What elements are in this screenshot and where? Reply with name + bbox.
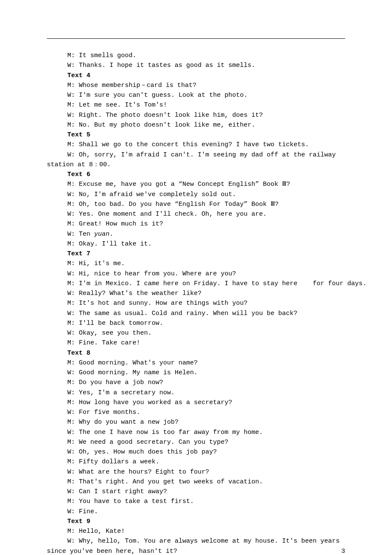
dialogue-line: M: Why do you want a new job?: [47, 417, 345, 427]
dialogue-line: W: No, I'm afraid we've completely sold …: [47, 190, 345, 199]
dialogue-line: W: Ten yuan.: [47, 229, 345, 239]
dialogue-line: W: Oh, sorry, I'm afraid I can't. I'm se…: [47, 150, 345, 170]
dialogue-line: M: Okay. I'll take it.: [47, 239, 345, 249]
dialogue-line: W: Really? What's the weather like?: [47, 289, 345, 298]
dialogue-line: W: Yes, I'm a secretary now.: [47, 388, 345, 398]
document-body: M: It smells good.W: Thanks. I hope it t…: [47, 51, 345, 555]
dialogue-line: M: Oh, too bad. Do you have “English For…: [47, 199, 345, 209]
dialogue-line: W: Can I start right away?: [47, 487, 345, 497]
dialogue-line: M: Shall we go to the concert this eveni…: [47, 140, 345, 150]
dialogue-line: W: The same as usual. Cold and rainy. Wh…: [47, 309, 345, 318]
dialogue-line: W: Why, hello, Tom. You are always welco…: [47, 536, 345, 555]
dialogue-line: M: We need a good secretary. Can you typ…: [47, 437, 345, 447]
dialogue-line: M: You have to take a test first.: [47, 497, 345, 506]
dialogue-line: M: Hi, it's me.: [47, 259, 345, 269]
document-page: M: It smells good.W: Thanks. I hope it t…: [0, 0, 392, 555]
text-heading: Text 5: [47, 130, 345, 140]
text-heading: Text 8: [47, 348, 345, 358]
dialogue-line: M: Fine. Take care!: [47, 338, 345, 348]
dialogue-line: W: Hi, nice to hear from you. Where are …: [47, 269, 345, 279]
dialogue-line: W: Right. The photo doesn't look like hi…: [47, 110, 345, 120]
dialogue-line: M: Do you have a job now?: [47, 378, 345, 387]
text-heading: Text 9: [47, 517, 345, 526]
page-number: 3: [341, 546, 345, 555]
dialogue-line: M: That's right. And you get two weeks o…: [47, 477, 345, 487]
dialogue-line: W: Okay, see you then.: [47, 328, 345, 338]
dialogue-line: W: I'm sure you can't guess. Look at the…: [47, 90, 345, 100]
dialogue-line: M: It smells good.: [47, 51, 345, 61]
dialogue-line: M: How long have you worked as a secreta…: [47, 398, 345, 408]
dialogue-line: M: Fifty dollars a week.: [47, 457, 345, 467]
dialogue-line: M: Let me see. It's Tom's!: [47, 100, 345, 110]
horizontal-rule: [47, 38, 345, 39]
dialogue-line: M: Excuse me, have you got a “New Concep…: [47, 179, 345, 189]
dialogue-line: W: For five months.: [47, 408, 345, 417]
dialogue-line: M: Good morning. What's your name?: [47, 358, 345, 368]
dialogue-line: M: No. But my photo doesn't look like me…: [47, 120, 345, 130]
dialogue-line: M: It's hot and sunny. How are things wi…: [47, 298, 345, 308]
dialogue-line: M: Great! How much is it?: [47, 219, 345, 229]
dialogue-line: W: What are the hours? Eight to four?: [47, 467, 345, 477]
dialogue-line: W: Thanks. I hope it tastes as good as i…: [47, 61, 345, 70]
dialogue-line: W: Oh, yes. How much does this job pay?: [47, 447, 345, 457]
text-heading: Text 7: [47, 249, 345, 259]
dialogue-line: M: Hello, Kate!: [47, 526, 345, 536]
dialogue-line: W: The one I have now is too far away fr…: [47, 428, 345, 437]
dialogue-line: M: Whose membership－card is that?: [47, 81, 345, 90]
dialogue-line: M: I'll be back tomorrow.: [47, 318, 345, 328]
text-heading: Text 4: [47, 71, 345, 81]
text-heading: Text 6: [47, 170, 345, 179]
dialogue-line: M: I'm in Mexico. I came here on Friday.…: [47, 279, 345, 289]
dialogue-line: W: Yes. One moment and I'll check. Oh, h…: [47, 209, 345, 219]
dialogue-line: W: Good morning. My name is Helen.: [47, 368, 345, 378]
dialogue-line: W: Fine.: [47, 507, 345, 517]
